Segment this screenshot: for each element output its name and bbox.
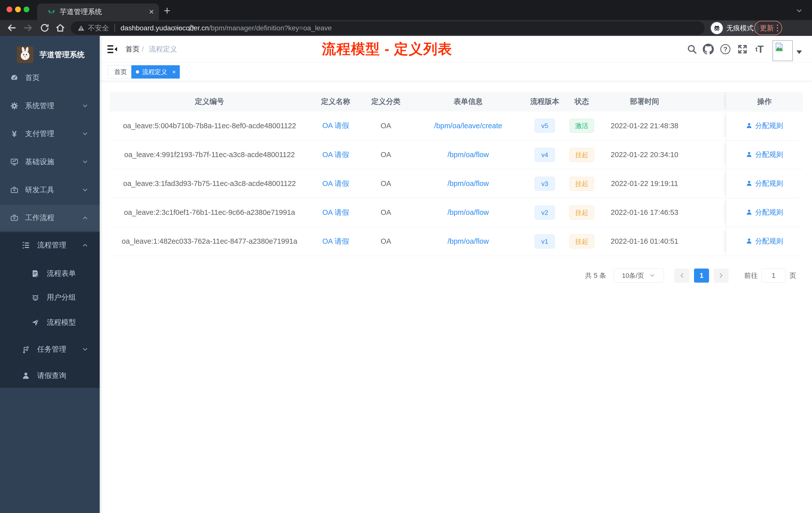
user-icon [746,122,753,129]
fullscreen-icon[interactable] [737,44,748,55]
browser-menu-kebab-icon[interactable] [777,25,778,31]
help-icon[interactable]: ? [720,44,731,55]
github-icon[interactable] [703,44,714,55]
sidebar-item-infra[interactable]: 基础设施 [0,149,100,175]
forward-button[interactable] [23,23,33,33]
form-icon [31,269,40,278]
password-key-icon[interactable] [173,24,181,32]
assign-rule-link[interactable]: 分配规则 [746,208,783,217]
assign-rule-link[interactable]: 分配规则 [746,150,783,159]
sidebar-item-home[interactable]: 首页 [0,65,100,91]
tab-search-chevron-icon[interactable] [795,7,803,14]
sidebar-item-task-management[interactable]: 任务管理 [0,336,100,362]
avatar-caret-down-icon[interactable] [796,51,802,54]
broken-image-icon [774,42,784,52]
cell-deploy-time: 2022-01-22 21:48:38 [601,112,689,140]
browser-tab[interactable]: 芋道管理系统 × [37,3,159,20]
sidebar-item-leave-query[interactable]: 请假查询 [0,363,100,389]
sidebar-collapse-icon[interactable] [107,44,118,55]
cell-id: oa_leave:2:3c1f0ef1-76b1-11ec-9c66-a2380… [110,198,309,227]
breadcrumb-current: 流程定义 [149,44,177,54]
traffic-light-zoom[interactable] [24,6,29,12]
avatar[interactable] [772,40,793,61]
chevron-down-icon [82,186,89,193]
sidebar-item-process-management[interactable]: 流程管理 [0,232,100,258]
cell-id: oa_leave:3:1fad3d93-7b75-11ec-a3c8-acde4… [110,169,309,198]
col-status: 状态 [563,92,601,112]
status-badge: 挂起 [570,206,594,220]
not-secure-warning-icon [77,24,85,32]
gear-icon [10,102,19,110]
tab-close-icon[interactable]: × [149,7,154,16]
table-row: oa_leave:5:004b710b-7b8a-11ec-8ef0-acde4… [110,112,803,140]
user-icon [746,209,753,216]
form-link[interactable]: /bpm/oa/flow [447,179,489,187]
form-link[interactable]: /bpm/oa/flow [447,237,489,245]
reload-button[interactable] [40,23,50,33]
url-host: dashboard.yudao.iocoder.cn [120,24,209,32]
update-label: 更新 [760,23,774,33]
sidebar-item-payment[interactable]: ¥ 支付管理 [0,121,100,147]
traffic-light-minimize[interactable] [15,6,21,12]
browser-toolbar: 不安全 dashboard.yudao.iocoder.cn/bpm/manag… [0,20,812,36]
table-row: oa_leave:2:3c1f0ef1-76b1-11ec-9c66-a2380… [110,198,803,227]
definition-name-link[interactable]: OA 请假 [322,208,349,216]
font-size-icon[interactable]: tT [754,44,765,55]
sidebar-item-devtools[interactable]: 研发工具 [0,177,100,203]
definition-name-link[interactable]: OA 请假 [322,151,349,159]
bookmark-star-icon[interactable] [187,24,195,32]
table-row: oa_leave:3:1fad3d93-7b75-11ec-a3c8-acde4… [110,169,803,198]
sidebar-item-user-group[interactable]: 用户分组 [0,284,100,310]
form-link[interactable]: /bpm/oa/leave/create [434,122,502,130]
next-page-button[interactable] [714,269,729,282]
current-page-button[interactable]: 1 [694,269,709,282]
chevron-down-icon [82,346,89,353]
tag-home[interactable]: 首页 [108,65,133,79]
url-path: /bpm/manager/definition?key=oa_leave [209,24,332,32]
search-icon[interactable] [687,44,697,55]
col-deploy-time: 部署时间 [601,92,689,112]
sidebar-item-process-model[interactable]: 流程模型 [0,309,100,336]
table-row: oa_leave:1:482ec033-762a-11ec-8477-a2380… [110,227,803,256]
address-bar[interactable]: 不安全 dashboard.yudao.iocoder.cn/bpm/manag… [71,21,704,35]
cell-id: oa_leave:4:991f2193-7b7f-11ec-a3c8-acde4… [110,140,309,169]
top-navbar: 首页 / 流程定义 流程模型 - 定义列表 ? tT [100,36,812,63]
user-icon [746,238,753,244]
breadcrumb-home[interactable]: 首页 [125,44,140,54]
chevron-down-icon [82,102,89,110]
prev-page-button[interactable] [674,269,690,282]
sidebar-item-workflow[interactable]: 工作流程 [0,205,100,231]
definition-name-link[interactable]: OA 请假 [322,237,349,245]
assign-rule-link[interactable]: 分配规则 [746,236,783,246]
page-size-select[interactable]: 10条/页 [614,269,664,282]
sidebar-item-process-form[interactable]: 流程表单 [0,261,100,286]
back-button[interactable] [6,23,17,33]
cell-id: oa_leave:5:004b710b-7b8a-11ec-8ef0-acde4… [110,112,309,140]
incognito-badge: 无痕模式 [709,21,759,35]
chrome-update-button[interactable]: 更新 [754,21,782,35]
cell-category: OA [362,227,410,256]
security-label[interactable]: 不安全 [88,23,109,33]
col-form-info: 表单信息 [410,92,526,112]
home-button[interactable] [55,23,65,33]
goto-page-input[interactable] [761,269,786,282]
tag-process-definition[interactable]: 流程定义 × [131,65,180,79]
sidebar-logo: 芋道管理系统 [0,41,100,68]
col-definition-id: 定义编号 [110,92,309,112]
browser-tab-strip: 芋道管理系统 × + [0,0,812,20]
sidebar-item-system[interactable]: 系统管理 [0,93,100,119]
pagination-total: 共 5 条 [585,271,606,280]
form-link[interactable]: /bpm/oa/flow [447,208,489,216]
definition-name-link[interactable]: OA 请假 [322,179,349,187]
definition-name-link[interactable]: OA 请假 [322,121,349,129]
chevron-up-icon [82,214,89,221]
chevron-down-icon [82,130,89,137]
form-link[interactable]: /bpm/oa/flow [447,151,489,159]
tag-close-icon[interactable]: × [172,69,176,75]
status-badge: 挂起 [570,148,594,162]
omnibox-divider [115,24,115,32]
traffic-light-close[interactable] [6,6,12,12]
new-tab-button[interactable]: + [164,5,171,16]
assign-rule-link[interactable]: 分配规则 [746,121,783,130]
assign-rule-link[interactable]: 分配规则 [746,179,783,188]
